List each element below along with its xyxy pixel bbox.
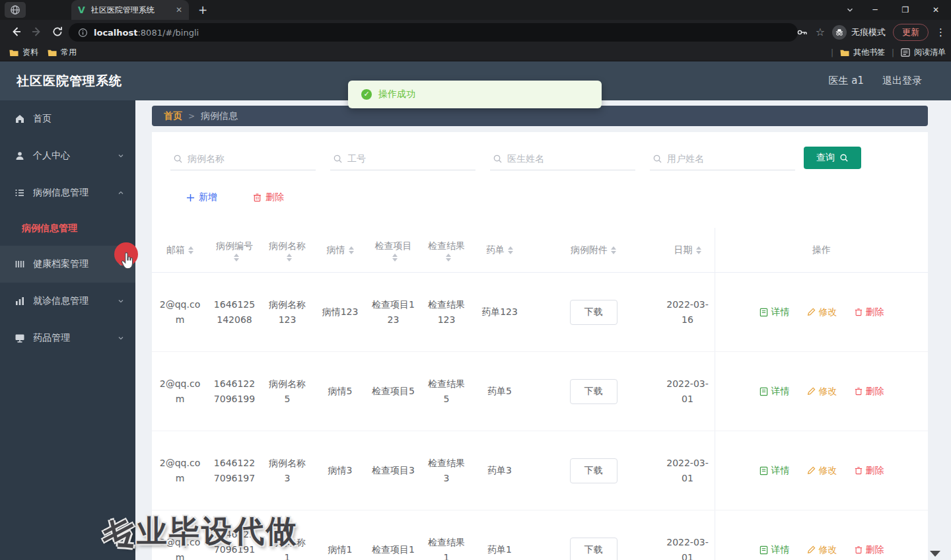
sidebar-item-profile[interactable]: 个人中心 (0, 137, 135, 174)
column-header-prescription[interactable]: 药单 (473, 228, 526, 272)
divider: | (892, 48, 894, 57)
sidebar-item-medicine-management[interactable]: 药品管理 (0, 320, 135, 357)
vue-favicon-icon: V (78, 5, 85, 15)
page-info-icon[interactable] (78, 28, 88, 38)
download-button[interactable]: 下载 (570, 300, 617, 325)
browser-tab[interactable]: V 社区医院管理系统 ✕ (71, 0, 189, 20)
sidebar-item-home[interactable]: 首页 (0, 100, 135, 137)
job-no-input[interactable] (330, 147, 476, 170)
detail-link[interactable]: 详情 (759, 463, 790, 478)
detail-link[interactable]: 详情 (759, 304, 790, 320)
back-icon[interactable] (9, 25, 22, 38)
download-button[interactable]: 下载 (570, 379, 617, 404)
incognito-label: 无痕模式 (851, 26, 886, 38)
search-field-case-name (170, 147, 316, 170)
download-button[interactable]: 下载 (570, 458, 617, 483)
column-header-email[interactable]: 邮箱 (152, 228, 208, 272)
column-header-check-item[interactable]: 检查项目 (367, 228, 420, 272)
chevron-down-icon (117, 152, 125, 160)
column-header-attachment[interactable]: 病例附件 (526, 228, 660, 272)
folder-icon (9, 49, 18, 57)
password-key-icon[interactable] (796, 26, 808, 38)
trash-icon (855, 387, 863, 396)
reload-icon[interactable] (52, 26, 63, 38)
batch-delete-button[interactable]: 删除 (253, 192, 284, 203)
column-header-date[interactable]: 日期 (660, 228, 715, 272)
new-tab-button[interactable]: + (198, 3, 207, 17)
incognito-profile-button[interactable] (5, 2, 26, 18)
column-header-case-name[interactable]: 病例名称 (261, 228, 314, 272)
column-header-illness[interactable]: 病情 (314, 228, 367, 272)
pencil-icon (807, 545, 816, 554)
detail-link[interactable]: 详情 (759, 542, 790, 557)
breadcrumb-current: 病例信息 (201, 110, 238, 122)
column-header-check-result[interactable]: 检查结果 (420, 228, 473, 272)
tab-close-icon[interactable]: ✕ (176, 5, 182, 15)
tab-search-chevron-icon[interactable] (845, 5, 855, 15)
query-button[interactable]: 查询 (804, 147, 861, 169)
sidebar-item-case-management[interactable]: 病例信息管理 (0, 174, 135, 211)
hand-cursor-icon (120, 252, 135, 273)
doctor-name-input[interactable] (490, 147, 635, 170)
menu-list-icon (15, 188, 25, 198)
table-header-row: 邮箱 病例编号 病例名称 病情 检查项目 检查结果 药单 病例附件 日期 操作 (152, 228, 928, 273)
column-header-actions: 操作 (715, 228, 928, 272)
window-maximize-button[interactable]: ❐ (890, 5, 921, 15)
edit-link[interactable]: 修改 (807, 304, 837, 320)
sort-icon (234, 254, 239, 262)
forward-icon[interactable] (30, 25, 44, 38)
toolbar-right: ☆ 无痕模式 更新 ⋮ (796, 20, 946, 44)
table-row: 2@qq.com 16461227096197 病例名称3 病情3 检查项目3 … (152, 431, 928, 510)
main-content: 首页 > 病例信息 (135, 100, 951, 560)
browser-tabstrip: V 社区医院管理系统 ✕ + ─ ❐ ✕ (0, 0, 951, 20)
chevron-up-icon (117, 189, 125, 197)
edit-link[interactable]: 修改 (807, 384, 837, 399)
window-minimize-button[interactable]: ─ (860, 5, 890, 15)
sidebar: 首页 个人中心 病例信息管理 病例信息管理 (0, 100, 135, 560)
breadcrumb-home[interactable]: 首页 (164, 110, 182, 122)
delete-link[interactable]: 删除 (855, 463, 884, 478)
current-user[interactable]: 医生 a1 (828, 75, 864, 87)
sort-icon (349, 246, 354, 254)
address-bar[interactable]: localhost :8081/#/bingli (69, 23, 798, 42)
sort-icon (287, 254, 292, 262)
success-toast: ✓ 操作成功 (348, 81, 602, 108)
detail-link[interactable]: 详情 (759, 384, 790, 399)
home-icon (15, 114, 25, 124)
logout-link[interactable]: 退出登录 (882, 75, 922, 87)
folder-icon (48, 49, 57, 57)
case-name-input[interactable] (170, 147, 316, 170)
bookmark-star-icon[interactable]: ☆ (816, 26, 825, 38)
update-button[interactable]: 更新 (893, 24, 929, 41)
search-icon (493, 154, 503, 164)
sort-icon (446, 254, 451, 262)
content-panel: 查询 新增 删除 (152, 132, 928, 560)
download-button[interactable]: 下载 (570, 538, 617, 560)
sidebar-item-visit-management[interactable]: 就诊信息管理 (0, 283, 135, 320)
trash-icon (855, 545, 863, 554)
window-controls: ─ ❐ ✕ (860, 0, 951, 20)
column-header-case-no[interactable]: 病例编号 (208, 228, 261, 272)
edit-link[interactable]: 修改 (807, 542, 837, 557)
bookmark-folder-changyong[interactable]: 常用 (48, 47, 77, 58)
search-icon (173, 154, 183, 164)
search-field-doctor-name (490, 147, 635, 170)
browser-menu-icon[interactable]: ⋮ (936, 26, 946, 38)
bookmark-folder-ziliao[interactable]: 资料 (9, 47, 38, 58)
edit-link[interactable]: 修改 (807, 463, 837, 478)
delete-link[interactable]: 删除 (855, 542, 884, 557)
pencil-icon (807, 387, 816, 396)
reading-list[interactable]: 阅读清单 (901, 47, 946, 58)
delete-link[interactable]: 删除 (855, 384, 884, 399)
user-name-input[interactable] (650, 147, 795, 170)
sidebar-subitem-case-management-active[interactable]: 病例信息管理 (0, 211, 135, 246)
document-icon (759, 308, 768, 317)
add-button[interactable]: 新增 (186, 192, 217, 203)
delete-link[interactable]: 删除 (855, 304, 884, 320)
other-bookmarks[interactable]: 其他书签 (840, 47, 885, 58)
window-close-button[interactable]: ✕ (921, 5, 951, 15)
sort-icon (188, 246, 194, 254)
sort-icon (508, 246, 513, 254)
document-icon (759, 387, 768, 396)
pencil-icon (807, 466, 816, 475)
